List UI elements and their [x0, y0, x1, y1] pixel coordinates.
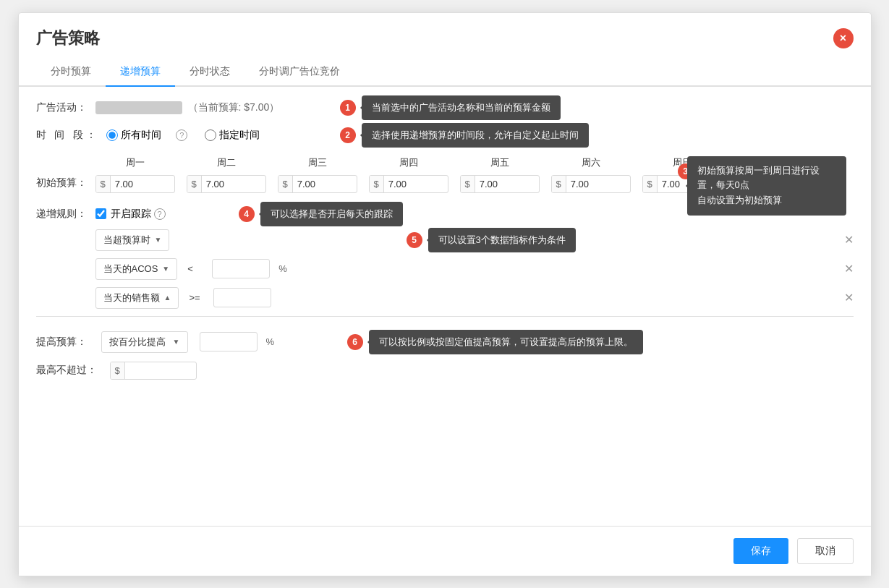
time-radio-group: 所有时间 ? 指定时间 — [106, 129, 260, 142]
condition-2-input[interactable] — [212, 259, 270, 278]
budget-input-thu[interactable] — [384, 176, 435, 192]
tab-incremental-budget[interactable]: 递增预算 — [106, 58, 175, 87]
tooltip-num-4: 4 — [239, 206, 255, 222]
condition-2-delete[interactable]: ✕ — [844, 262, 854, 276]
dialog-body: 广告活动： （当前预算: $7.00） 1 当前选中的广告活动名称和当前的预算金… — [19, 87, 871, 394]
tab-split-bid[interactable]: 分时调广告位竞价 — [244, 58, 354, 87]
tracking-checkbox[interactable] — [95, 208, 106, 219]
max-dollar: $ — [111, 362, 125, 379]
condition-3-delete[interactable]: ✕ — [844, 291, 854, 304]
budget-input-tue[interactable] — [202, 176, 252, 192]
condition-3-dropdown[interactable]: 当天的销售额 ▲ — [95, 287, 179, 309]
max-input[interactable] — [125, 362, 183, 379]
divider — [36, 316, 854, 317]
tooltip-4: 可以选择是否开启每天的跟踪 — [260, 202, 403, 226]
budget-input-fri[interactable] — [475, 176, 526, 192]
budget-input-wed[interactable] — [293, 176, 344, 192]
condition-3-row: 当天的销售额 ▲ >= ✕ — [95, 287, 854, 309]
dialog-footer: 保存 取消 — [19, 526, 871, 576]
increase-dropdown[interactable]: 按百分比提高 ▼ — [101, 331, 188, 353]
ad-strategy-dialog: 广告策略 × 分时预算 递增预算 分时状态 分时调广告位竞价 广告活动： （当前… — [18, 12, 872, 576]
increase-unit: % — [266, 336, 275, 347]
time-custom-radio[interactable] — [205, 129, 216, 141]
increase-dropdown-arrow: ▼ — [173, 338, 180, 346]
time-range-row: 时 间 段： 所有时间 ? 指定时间 2 选择使用递增预算的时间段，允许自定义起… — [36, 129, 854, 142]
condition-1-row: 当超预算时 ▼ ✕ 5 可以设置3个数据指标作为条件 — [95, 229, 854, 251]
tracking-checkbox-item[interactable]: 开启跟踪 — [95, 208, 151, 221]
condition-3-operator: >= — [189, 292, 203, 303]
tooltip-num-5: 5 — [407, 232, 422, 248]
budget-grid: 周一 $ 周二 $ 周三 — [95, 156, 733, 193]
initial-budget-row: 初始预算： 周一 $ 周二 $ — [36, 156, 854, 193]
time-all-radio[interactable] — [106, 129, 118, 141]
dialog-title: 广告策略 — [36, 27, 100, 49]
increase-input[interactable] — [200, 332, 258, 351]
budget-input-mon[interactable] — [111, 176, 161, 192]
time-custom-option[interactable]: 指定时间 — [205, 129, 260, 142]
tooltip-num-2: 2 — [340, 127, 356, 143]
budget-input-sat[interactable] — [566, 176, 617, 192]
tooltip-2: 选择使用递增预算的时间段，允许自定义起止时间 — [362, 123, 589, 148]
time-help-icon[interactable]: ? — [176, 129, 187, 141]
tab-split-budget[interactable]: 分时预算 — [36, 58, 106, 87]
condition-2-dropdown[interactable]: 当天的ACOS ▼ — [95, 258, 178, 280]
tooltip-num-6: 6 — [347, 334, 363, 350]
budget-wednesday: 周三 $ — [278, 156, 357, 193]
cancel-button[interactable]: 取消 — [797, 538, 854, 564]
dropdown-arrow-2: ▼ — [162, 265, 169, 273]
campaign-name-blurred — [95, 101, 182, 114]
close-button[interactable]: × — [833, 28, 854, 48]
dialog-header: 广告策略 × — [19, 13, 871, 49]
campaign-row: 广告活动： （当前预算: $7.00） 1 当前选中的广告活动名称和当前的预算金… — [36, 101, 854, 114]
dollar-mon: $ — [96, 176, 111, 192]
budget-tuesday: 周二 $ — [187, 156, 266, 193]
condition-1-dropdown[interactable]: 当超预算时 ▼ — [95, 229, 170, 251]
condition-2-operator: < — [187, 263, 202, 274]
time-all-option[interactable]: 所有时间 — [106, 129, 161, 142]
campaign-budget: （当前预算: $7.00） — [188, 101, 280, 114]
condition-2-unit: % — [278, 263, 287, 274]
rule-label: 递增规则： — [36, 208, 88, 221]
tooltip-5: 可以设置3个数据指标作为条件 — [428, 228, 576, 252]
initial-budget-label: 初始预算： — [36, 156, 88, 189]
condition-2-row: 当天的ACOS ▼ < % ✕ — [95, 258, 854, 280]
max-label: 最高不超过： — [36, 364, 97, 377]
tracking-help-icon[interactable]: ? — [154, 208, 166, 220]
tooltip-num-1: 1 — [340, 100, 356, 116]
save-button[interactable]: 保存 — [733, 538, 788, 564]
tooltip-1: 当前选中的广告活动名称和当前的预算金额 — [362, 95, 561, 120]
time-label: 时 间 段： — [36, 129, 100, 142]
condition-3-input[interactable] — [213, 288, 271, 307]
dropdown-arrow-1: ▼ — [155, 236, 162, 244]
tooltip-6: 可以按比例或按固定值提高预算，可设置提高后的预算上限。 — [369, 330, 643, 354]
tooltip-3: 初始预算按周一到周日进行设置，每天0点 自动设置为初始预算 — [687, 156, 846, 216]
budget-saturday: 周六 $ — [551, 156, 631, 193]
condition-1-delete[interactable]: ✕ — [844, 233, 854, 247]
campaign-label: 广告活动： — [36, 101, 88, 114]
increase-label: 提高预算： — [36, 336, 88, 349]
budget-monday: 周一 $ — [95, 156, 175, 193]
budget-friday: 周五 $ — [460, 156, 540, 193]
max-budget-row: 最高不超过： $ — [36, 362, 854, 380]
budget-thursday: 周四 $ — [369, 156, 448, 193]
dropdown-arrow-3: ▲ — [164, 294, 171, 302]
tab-split-status[interactable]: 分时状态 — [175, 58, 244, 87]
increase-budget-row: 提高预算： 按百分比提高 ▼ % 6 可以按比例或按固定值提高预算，可设置提高后… — [36, 331, 854, 353]
tab-bar: 分时预算 递增预算 分时状态 分时调广告位竞价 — [19, 58, 871, 87]
